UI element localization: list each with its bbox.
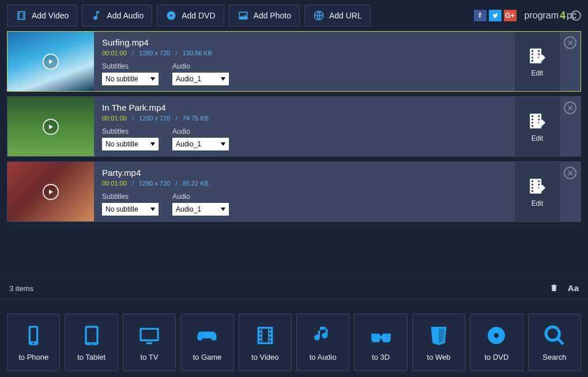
to-video-button[interactable]: to Video [239,314,292,371]
audio-select[interactable]: Audio_1 [172,138,229,150]
edit-film-icon [527,46,547,66]
to-phone-button[interactable]: to Phone [7,314,60,371]
disc-icon [485,324,508,347]
svg-rect-11 [146,342,152,344]
file-name: Party.mp4 [102,168,507,178]
gamepad-icon [195,324,218,347]
file-meta: Party.mp4 00:01:00 / 1280 x 720 / 85.22 … [94,162,515,221]
add-dvd-button[interactable]: Add DVD [157,5,224,27]
disc-icon [165,10,177,21]
music-icon [91,10,102,21]
file-meta: Surfing.mp4 00:01:00 / 1280 x 720 / 130.… [94,32,515,91]
file-list: Surfing.mp4 00:01:00 / 1280 x 720 / 130.… [0,31,588,222]
file-stats: 00:01:00 / 1280 x 720 / 130.96 KB [102,50,507,56]
film-icon [254,324,277,347]
add-audio-label: Add Audio [107,11,144,20]
music-notes-icon [311,324,334,347]
audio-select[interactable]: Audio_1 [172,203,229,216]
subtitle-label: Subtitles [102,62,159,70]
statusbar: 3 items Aa [0,278,588,299]
font-icon[interactable]: Aa [568,283,579,294]
to-web-button[interactable]: to Web [412,314,465,371]
search-button[interactable]: Search [528,314,581,371]
googleplus-icon[interactable]: G+ [504,10,517,21]
audio-select[interactable]: Audio_1 [172,73,229,85]
edit-button[interactable]: Edit [515,162,560,221]
globe-icon [313,10,325,21]
remove-button[interactable]: ✕ [564,101,576,114]
chevron-down-icon [221,142,225,146]
to-tv-button[interactable]: to TV [123,314,176,371]
brand-logo: program4pc [525,10,582,22]
search-icon [543,324,566,347]
to-dvd-button[interactable]: to DVD [470,314,523,371]
file-name: Surfing.mp4 [102,37,507,47]
thumbnail[interactable] [7,32,94,91]
subtitle-label: Subtitles [102,193,159,201]
add-url-button[interactable]: Add URL [304,5,371,27]
topbar-right: f G+ program4pc [474,10,582,22]
to-audio-button[interactable]: to Audio [296,314,349,371]
film-icon [16,10,27,21]
tablet-icon [80,324,103,347]
svg-point-1 [171,14,172,16]
svg-rect-7 [86,327,96,342]
file-item[interactable]: In The Park.mp4 00:01:00 / 1280 x 720 / … [7,96,581,157]
file-stats: 00:01:00 / 1280 x 720 / 74.75 KB [102,115,507,122]
bottombar: to Phone to Tablet to TV to Game to Vide… [0,308,588,377]
close-col: ✕ [560,32,581,91]
edit-film-icon [527,176,547,196]
chevron-down-icon [221,77,225,81]
html5-icon [427,324,450,347]
edit-button[interactable]: Edit [515,97,560,156]
edit-film-icon [527,111,547,131]
audio-label: Audio [172,62,229,70]
chevron-down-icon [221,208,225,211]
file-item[interactable]: Party.mp4 00:01:00 / 1280 x 720 / 85.22 … [7,161,581,222]
file-name: In The Park.mp4 [102,103,507,112]
audio-label: Audio [172,127,229,135]
topbar: Add Video Add Audio Add DVD Add Photo Ad… [0,0,588,31]
svg-point-13 [494,333,499,337]
remove-button[interactable]: ✕ [564,167,576,179]
audio-label: Audio [172,193,229,201]
subtitle-select[interactable]: No subtitle [102,138,159,150]
chevron-down-icon [150,142,155,146]
play-icon[interactable] [43,119,59,135]
twitter-icon[interactable] [489,10,502,21]
subtitle-label: Subtitles [102,127,159,135]
glasses-3d-icon [370,324,393,347]
subtitle-select[interactable]: No subtitle [102,203,159,216]
subtitle-select[interactable]: No subtitle [102,73,159,85]
remove-button[interactable]: ✕ [564,36,576,49]
svg-point-14 [546,327,559,340]
add-video-button[interactable]: Add Video [7,5,77,27]
play-icon[interactable] [43,184,59,200]
tv-icon [138,324,161,347]
file-meta: In The Park.mp4 00:01:00 / 1280 x 720 / … [94,97,515,156]
phone-icon [22,324,45,347]
image-icon [238,10,249,21]
add-video-label: Add Video [32,11,69,20]
file-stats: 00:01:00 / 1280 x 720 / 85.22 KB [102,180,507,187]
svg-point-8 [91,343,92,345]
svg-rect-4 [31,327,36,341]
to-3d-button[interactable]: to 3D [354,314,407,371]
add-audio-button[interactable]: Add Audio [82,5,152,27]
thumbnail[interactable] [7,162,94,221]
chevron-down-icon [150,208,155,211]
file-item[interactable]: Surfing.mp4 00:01:00 / 1280 x 720 / 130.… [7,31,581,92]
edit-button[interactable]: Edit [515,32,560,91]
chevron-down-icon [150,77,155,81]
svg-point-5 [33,342,35,344]
facebook-icon[interactable]: f [474,10,487,21]
play-icon[interactable] [43,54,59,70]
add-photo-button[interactable]: Add Photo [229,5,300,27]
to-game-button[interactable]: to Game [180,314,233,371]
close-col: ✕ [560,97,581,156]
add-url-label: Add URL [329,11,362,20]
thumbnail[interactable] [7,97,94,156]
to-tablet-button[interactable]: to Tablet [65,314,118,371]
close-col: ✕ [560,162,581,221]
trash-icon[interactable] [549,283,559,294]
